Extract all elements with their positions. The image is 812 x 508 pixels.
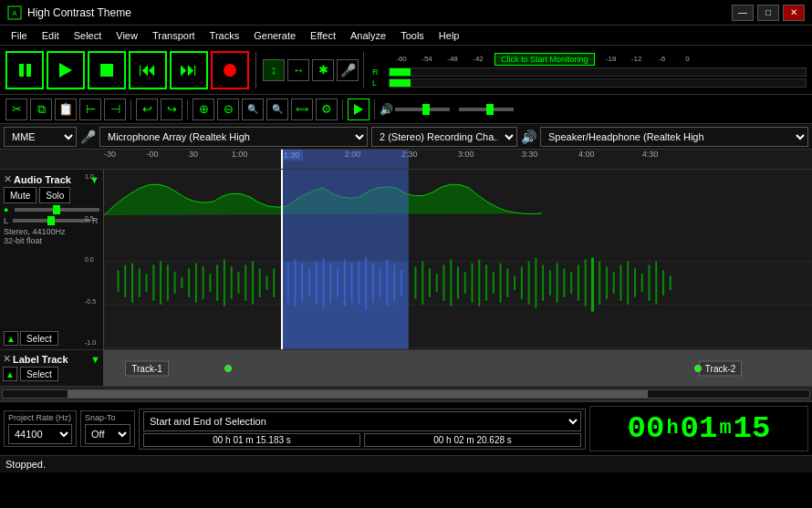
play-button[interactable] [47,51,85,89]
volume-slider[interactable] [395,108,450,111]
project-rate-select[interactable]: 44100 [8,424,72,444]
label-track-content[interactable]: Track-1 Track-2 [104,350,812,386]
mic-button[interactable]: 🎤 [337,59,359,81]
silence-button[interactable]: ⊣ [104,98,126,120]
label-collapse-btn[interactable]: ▲ [3,367,17,381]
menu-tracks[interactable]: Tracks [203,28,247,43]
cut-button[interactable]: ✂ [5,98,27,120]
label-track-close[interactable]: ✕ [3,353,11,365]
timer-h2: 0 [646,413,664,444]
play-green-button[interactable] [348,98,370,120]
menu-effect[interactable]: Effect [303,28,343,43]
menu-file[interactable]: File [4,28,35,43]
speaker-device-select[interactable]: Speaker/Headphone (Realtek High [540,127,808,147]
menubar: File Edit Select View Transport Tracks G… [0,26,812,46]
app-icon: A [7,5,22,20]
svg-text:A: A [12,9,17,17]
scroll-thumb[interactable] [68,390,648,398]
selection-mode-select[interactable]: Start and End of Selection [143,411,581,431]
menu-transport[interactable]: Transport [145,28,203,43]
trim-button[interactable]: ⊢ [79,98,101,120]
mic-icon: 🎤 [80,130,96,144]
zoom-out-button[interactable]: ⊖ [217,98,239,120]
volume-slider-area: 🔊 [380,103,514,116]
snap-to-section: Snap-To Off [80,410,135,447]
settings-button[interactable]: ⚙ [316,98,338,120]
menu-edit[interactable]: Edit [35,28,67,43]
menu-tools[interactable]: Tools [393,28,432,43]
sep3 [130,99,131,119]
minimize-button[interactable]: — [732,5,754,21]
label-track-2-dot [694,365,702,372]
big-timer: 0 0 h 0 1 m 1 5 [589,406,808,451]
ruler-track[interactable]: -30 -00 30 1:00 1:30 2:00 2:30 3:00 3:30… [104,150,812,169]
zoom-full-button[interactable]: ⟺ [291,98,313,120]
timer-h1: 0 [628,413,646,444]
copy-button[interactable]: ⧉ [30,98,52,120]
waveform-svg [104,170,812,349]
vu-meter-area: -60 -54 -48 -42 Click to Start Monitorin… [372,53,807,88]
timer-h-label: h [666,419,678,439]
bottom-statusbar: Project Rate (Hz) 44100 Snap-To Off Star… [0,401,812,472]
pan-slider[interactable] [13,219,90,223]
status-text: Stopped. [0,455,812,472]
undo-button[interactable]: ↩ [136,98,158,120]
envelope-tool-button[interactable]: ↔ [287,59,309,81]
label-track-2[interactable]: Track-2 [699,360,743,376]
speed-slider[interactable] [459,108,514,111]
label-track-panel: ✕ Label Track ▼ ▲ Select [0,350,104,386]
stop-button[interactable] [88,51,126,89]
vu-r-label: R [372,67,387,77]
timer-s2: 5 [752,413,770,444]
label-select-button[interactable]: Select [20,367,58,381]
scroll-track[interactable] [2,389,810,399]
speaker-icon2: 🔊 [521,130,536,144]
skip-fwd-button[interactable]: ⏭ [170,51,208,89]
label-track-name-row: ✕ Label Track ▼ [3,353,100,365]
collapse-btn[interactable]: ▲ [4,331,18,346]
timer-m1: 0 [681,413,699,444]
mic-device-select[interactable]: Microphone Array (Realtek High [99,127,368,147]
solo-button[interactable]: Solo [39,187,70,203]
menu-select[interactable]: Select [67,28,109,43]
menu-generate[interactable]: Generate [246,28,303,43]
timer-m2: 1 [699,413,717,444]
vu-l-label: L [372,78,387,88]
audio-track-name: Audio Track [14,174,88,185]
select-tool-button[interactable]: ↕ [263,59,285,81]
track-close-icon[interactable]: ✕ [4,173,12,185]
record-button[interactable] [211,51,249,89]
channels-select[interactable]: 2 (Stereo) Recording Cha... [371,127,517,147]
playhead [281,150,283,169]
menu-view[interactable]: View [109,28,145,43]
transport-toolbar: ⏮ ⏭ ↕ ↔ ✱ 🎤 -60 -54 -48 -42 Click to Sta… [0,46,812,95]
timer-s1: 1 [734,413,752,444]
host-select[interactable]: MME [4,127,77,147]
close-button[interactable]: ✕ [783,5,805,21]
label-track-dropdown[interactable]: ▼ [90,354,100,365]
timeline-ruler: -30 -00 30 1:00 1:30 2:00 2:30 3:00 3:30… [0,150,812,170]
audio-track-panel: ✕ Audio Track ▼ Mute Solo ● L R Stereo, … [0,170,104,349]
select-audio-button[interactable]: Select [20,331,58,346]
zoom-sel-button[interactable]: 🔍 [242,98,264,120]
monitor-button[interactable]: Click to Start Monitoring [494,53,595,66]
zoom-in-button[interactable]: ⊕ [193,98,214,120]
redo-button[interactable]: ↪ [161,98,182,120]
skip-back-button[interactable]: ⏮ [129,51,167,89]
selection-times: 00 h 01 m 15.183 s 00 h 02 m 20.628 s [143,433,581,447]
label-track-1[interactable]: Track-1 [125,360,169,376]
pause-button[interactable] [5,51,44,89]
audio-track-waveform[interactable] [104,170,812,349]
paste-button[interactable]: 📋 [55,98,77,120]
pan-l-label: L [4,216,11,225]
tracks-area: ✕ Audio Track ▼ Mute Solo ● L R Stereo, … [0,170,812,350]
label-track-1-dot [224,365,232,372]
menu-help[interactable]: Help [432,28,467,43]
mute-button[interactable]: Mute [4,187,36,203]
zoom-fit-button[interactable]: 🔍 [266,98,288,120]
snap-to-select[interactable]: Off [85,424,130,444]
menu-analyze[interactable]: Analyze [343,28,393,43]
maximize-button[interactable]: □ [757,5,779,21]
label-track-name: Label Track [13,354,88,365]
draw-tool-button[interactable]: ✱ [312,59,334,81]
